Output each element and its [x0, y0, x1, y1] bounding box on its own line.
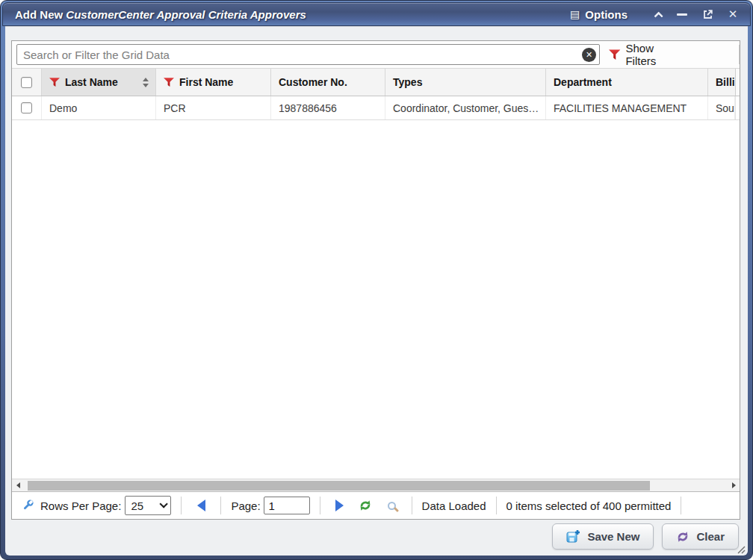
collapse-button[interactable] [647, 6, 666, 22]
cell-types: Coordinator, Customer, Gues… [385, 96, 546, 119]
dialog-title: Add New CustomerCenter Approval Criteria… [15, 8, 306, 21]
title-bar: Add New CustomerCenter Approval Criteria… [2, 2, 751, 26]
sort-asc-icon [143, 78, 149, 81]
scroll-right-button[interactable] [728, 479, 740, 491]
search-grid-button[interactable] [382, 496, 402, 515]
cell-billing: South [708, 96, 735, 119]
page-number-input[interactable] [264, 497, 310, 514]
table-row[interactable]: Demo PCR 1987886456 Coordinator, Custome… [12, 96, 740, 120]
page-label: Page: [231, 500, 260, 512]
close-button[interactable]: ✕ [723, 6, 743, 22]
wrench-icon[interactable] [21, 499, 34, 512]
cell-first-name: PCR [156, 96, 271, 119]
scrollbar-gutter [735, 96, 740, 119]
show-filters-button[interactable]: Show Filters [600, 42, 695, 67]
horizontal-scrollbar[interactable] [12, 479, 740, 491]
pager-separator [496, 497, 497, 514]
column-label: Last Name [65, 76, 118, 88]
filter-icon[interactable] [49, 78, 60, 87]
pager-bar: Rows Per Page: 25 Page: [12, 491, 740, 519]
scroll-left-button[interactable] [12, 479, 24, 491]
pager-separator [181, 497, 182, 514]
column-label: Customer No. [279, 76, 347, 88]
pager-separator [220, 497, 221, 514]
chevron-down-icon [160, 500, 168, 508]
minimize-button[interactable] [672, 6, 692, 22]
close-icon: ✕ [728, 7, 738, 21]
pager-separator [681, 497, 681, 514]
rows-per-page-select[interactable]: 25 [125, 496, 171, 515]
column-label: Department [554, 76, 612, 88]
save-new-button[interactable]: Save New [552, 523, 654, 550]
filter-icon[interactable] [164, 78, 174, 87]
options-icon: ▤ [570, 8, 580, 20]
status-text: Data Loaded [422, 500, 486, 512]
scroll-left-icon [16, 482, 20, 488]
rows-per-page-value: 25 [131, 500, 143, 512]
dialog-title-prefix: Add New [15, 8, 66, 21]
column-header-department[interactable]: Department [546, 69, 708, 96]
chevron-up-icon [654, 11, 663, 21]
dialog-window: Add New CustomerCenter Approval Criteria… [0, 0, 753, 560]
popout-button[interactable] [698, 6, 717, 22]
resize-grip[interactable] [734, 542, 746, 554]
scrollbar-thumb[interactable] [28, 481, 650, 491]
select-all-checkbox[interactable] [21, 77, 32, 88]
search-input[interactable] [16, 44, 600, 65]
refresh-icon [359, 499, 372, 512]
rows-per-page-label: Rows Per Page: [40, 500, 121, 512]
action-bar: Save New Clear [552, 523, 739, 550]
pager-separator [320, 497, 320, 514]
save-icon [566, 529, 580, 544]
column-header-billing[interactable]: Billing [708, 69, 735, 96]
window-controls: ✕ [647, 6, 743, 22]
next-page-button[interactable] [330, 496, 350, 515]
cell-customer-no: 1987886456 [271, 96, 385, 119]
options-label: Options [585, 8, 628, 21]
grid-toolbar: ✕ Show Filters [12, 41, 740, 68]
save-new-label: Save New [587, 530, 639, 543]
column-label: Types [393, 76, 422, 88]
clear-label: Clear [696, 530, 725, 543]
previous-page-icon [197, 500, 205, 511]
toolbar-separator [739, 45, 740, 64]
column-header-customer-no[interactable]: Customer No. [271, 69, 385, 96]
options-button[interactable]: ▤ Options [570, 8, 628, 21]
grid-panel: ✕ Show Filters Last Name [11, 40, 740, 520]
clear-button[interactable]: Clear [662, 523, 739, 550]
column-label: First Name [179, 76, 233, 88]
column-header-types[interactable]: Types [385, 69, 546, 96]
grid-empty-area [12, 120, 740, 479]
search-wrap: ✕ [16, 44, 600, 65]
column-header-first-name[interactable]: First Name [156, 69, 271, 96]
cell-last-name: Demo [42, 96, 156, 119]
sort-desc-icon [143, 84, 149, 87]
select-all-cell [12, 69, 42, 96]
clear-refresh-icon [676, 530, 690, 544]
cell-department: FACILITIES MANAGEMENT [546, 96, 708, 119]
filter-funnel-icon [609, 49, 620, 60]
clear-search-button[interactable]: ✕ [582, 48, 596, 62]
row-checkbox[interactable] [21, 102, 32, 113]
row-select-cell [12, 96, 42, 119]
sort-indicator[interactable] [143, 78, 149, 87]
dialog-body: ✕ Show Filters Last Name [5, 26, 748, 556]
grid-header-row: Last Name First Name Customer No. Types [12, 68, 740, 96]
dialog-title-emphasis: CustomerCenter Approval Criteria Approve… [66, 8, 306, 21]
next-page-icon [335, 500, 344, 511]
column-header-last-name[interactable]: Last Name [42, 69, 156, 96]
show-filters-label: Show Filters [625, 42, 685, 67]
scrollbar-track[interactable] [24, 479, 728, 491]
previous-page-button[interactable] [191, 496, 211, 515]
scroll-right-icon [732, 482, 736, 488]
popout-icon [703, 10, 713, 19]
minimize-icon [677, 13, 687, 16]
scrollbar-gutter [735, 69, 740, 96]
column-label: Billing [716, 76, 735, 88]
pager-separator [412, 497, 412, 514]
clear-search-icon: ✕ [586, 50, 592, 60]
magnifier-icon [388, 502, 396, 510]
selection-count-text: 0 items selected of 400 permitted [506, 500, 672, 512]
refresh-button[interactable] [356, 496, 375, 515]
